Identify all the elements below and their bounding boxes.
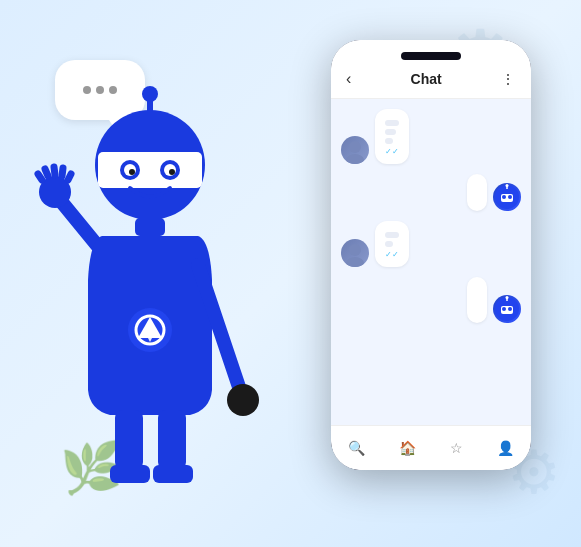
message-row-2: [341, 174, 521, 211]
star-icon[interactable]: ☆: [450, 440, 463, 456]
message-row-3: ✓✓: [341, 221, 521, 267]
svg-rect-3: [98, 152, 202, 188]
bot-avatar-1: [493, 183, 521, 211]
chat-title: Chat: [411, 71, 442, 87]
svg-line-13: [38, 174, 42, 180]
svg-point-1: [142, 86, 158, 102]
chat-header: ‹ Chat ⋮: [331, 40, 531, 99]
svg-line-15: [54, 167, 55, 175]
svg-point-35: [349, 244, 361, 256]
phone-container: ‹ Chat ⋮: [331, 40, 531, 510]
svg-rect-23: [115, 410, 143, 470]
svg-point-22: [227, 384, 259, 416]
menu-button[interactable]: ⋮: [501, 71, 516, 87]
message-bubble-1: ✓✓: [375, 109, 409, 164]
human-avatar-2: [341, 239, 369, 267]
phone-screen: ‹ Chat ⋮: [331, 40, 531, 470]
message-bubble-4: [467, 277, 487, 323]
bubble-line: [385, 232, 399, 238]
svg-point-36: [346, 257, 364, 267]
svg-point-34: [506, 184, 509, 187]
home-icon[interactable]: 🏠: [399, 440, 416, 456]
svg-point-32: [508, 195, 512, 199]
svg-rect-26: [153, 465, 193, 483]
user-icon[interactable]: 👤: [497, 440, 514, 456]
phone-frame: ‹ Chat ⋮: [331, 40, 531, 470]
read-check: ✓✓: [385, 250, 399, 259]
human-avatar-1: [341, 136, 369, 164]
chat-messages-area: ✓✓: [331, 99, 531, 333]
bot-avatar-2: [493, 295, 521, 323]
back-button[interactable]: ‹: [346, 70, 351, 88]
robot-illustration: [30, 80, 270, 500]
bubble-line: [385, 138, 393, 144]
phone-bottom-nav: 🔍 🏠 ☆ 👤: [331, 425, 531, 470]
message-bubble-3: ✓✓: [375, 221, 409, 267]
bubble-line: [385, 241, 393, 247]
message-bubble-2: [467, 174, 487, 211]
svg-point-40: [508, 307, 512, 311]
svg-point-28: [346, 154, 364, 164]
svg-point-8: [129, 169, 135, 175]
bubble-line: [385, 129, 396, 135]
svg-point-27: [349, 141, 361, 153]
bubble-line: [385, 120, 399, 126]
svg-rect-10: [135, 218, 165, 236]
svg-point-9: [169, 169, 175, 175]
svg-line-17: [68, 174, 71, 180]
message-row-4: [341, 277, 521, 323]
search-icon[interactable]: 🔍: [348, 440, 365, 456]
svg-rect-25: [158, 410, 186, 470]
message-row-1: ✓✓: [341, 109, 521, 164]
svg-rect-24: [110, 465, 150, 483]
svg-line-14: [45, 169, 48, 176]
phone-notch: [401, 52, 461, 60]
svg-point-42: [506, 296, 509, 299]
svg-line-16: [62, 168, 63, 176]
svg-point-31: [502, 195, 506, 199]
read-check: ✓✓: [385, 147, 399, 156]
svg-point-39: [502, 307, 506, 311]
